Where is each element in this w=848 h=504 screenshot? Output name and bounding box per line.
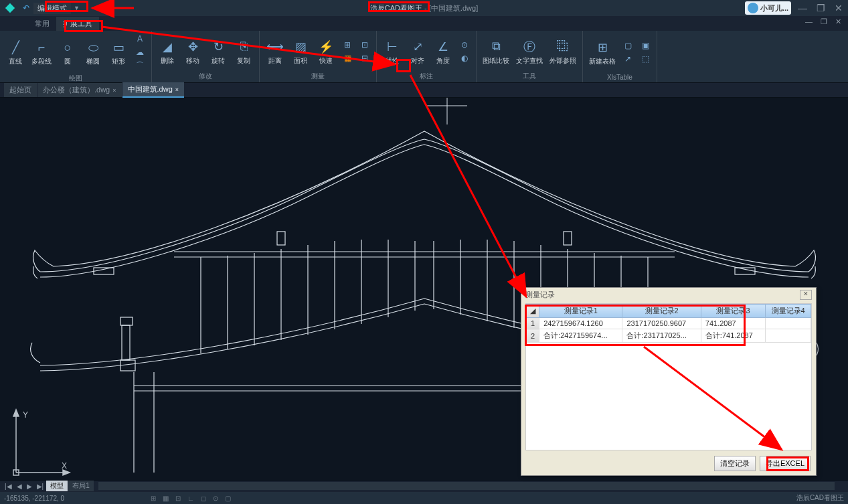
tool-findtext[interactable]: Ⓕ文字查找 xyxy=(513,36,546,67)
ribbon: ╱直线 ⌐多段线 ○圆 ⬭椭圆 ▭矩形 A ☁ ⌒ 绘图 ◢删除 ✥移动 ↻旋转… xyxy=(0,31,848,83)
svg-rect-24 xyxy=(564,232,572,245)
tool-measure-record[interactable]: ▦ xyxy=(339,52,356,65)
layout-prev[interactable]: ◀ xyxy=(15,483,24,490)
status-icon[interactable]: ▦ xyxy=(161,495,171,502)
tool-newtable[interactable]: ⊞新建表格 xyxy=(586,37,619,68)
tool-line[interactable]: ╱直线 xyxy=(3,37,28,68)
tool-area[interactable]: ▨面积 xyxy=(288,36,313,67)
coordinates: -165135, -221172, 0 xyxy=(4,495,64,502)
maximize-button[interactable]: ❐ xyxy=(814,3,828,13)
tool-measure-sub3[interactable]: ⊡ xyxy=(356,38,373,52)
tab-kuozhan[interactable]: 扩展工具 xyxy=(56,17,99,31)
svg-rect-23 xyxy=(277,232,285,245)
tool-arc[interactable]: ⌒ xyxy=(131,59,149,72)
window-title: 浩辰CAD看图王 - [中国建筑.dwg] xyxy=(370,3,478,13)
tool-polyline[interactable]: ⌐多段线 xyxy=(28,37,55,68)
col-header[interactable]: 测量记录4 xyxy=(766,305,811,318)
close-button[interactable]: ✕ xyxy=(832,3,845,13)
col-header[interactable]: 测量记录2 xyxy=(622,305,701,318)
brand-label: 浩辰CAD看图王 xyxy=(796,493,844,503)
layout-layout1[interactable]: 布局1 xyxy=(68,481,94,491)
close-icon[interactable]: × xyxy=(112,87,116,94)
user-name: 小可儿... xyxy=(760,3,788,13)
layout-next[interactable]: ▶ xyxy=(25,483,34,490)
tool-circle[interactable]: ○圆 xyxy=(55,37,80,68)
titlebar: ↶ 编辑模式 ▼ 浩辰CAD看图王 - [中国建筑.dwg] 小可儿... — … xyxy=(0,0,848,16)
tool-xls-sub4[interactable]: ⬚ xyxy=(637,52,654,66)
svg-rect-31 xyxy=(120,317,133,325)
measure-grid[interactable]: ◢ 测量记录1 测量记录2 测量记录3 测量记录4 1 2427159674.1… xyxy=(525,303,812,450)
tool-annot-sub2[interactable]: ◐ xyxy=(456,52,473,65)
tool-align[interactable]: ⤢对齐 xyxy=(405,36,430,67)
tool-xls-sub3[interactable]: ▣ xyxy=(637,39,654,52)
doctab-china[interactable]: 中国建筑.dwg× xyxy=(122,82,185,98)
svg-marker-38 xyxy=(13,410,19,416)
tool-xls-sub2[interactable]: ↗ xyxy=(619,52,637,66)
ribbon-tabs: 常用 扩展工具 — ❐ ✕ xyxy=(0,16,848,31)
tool-move[interactable]: ✥移动 xyxy=(180,36,205,67)
tool-annot-sub1[interactable]: ⊙ xyxy=(456,38,473,52)
tool-xref[interactable]: ⿻外部参照 xyxy=(546,36,580,67)
status-icon[interactable]: ◻ xyxy=(199,495,208,502)
doc-minimize[interactable]: — xyxy=(802,17,815,26)
ribbon-group-annotate: ⊢线性 ⤢对齐 ∠角度 ⊙ ◐ 标注 xyxy=(377,31,477,82)
tool-delete[interactable]: ◢删除 xyxy=(155,36,180,67)
doctab-start[interactable]: 起始页 xyxy=(4,83,37,97)
col-header[interactable]: 测量记录3 xyxy=(701,305,765,318)
table-row[interactable]: 1 2427159674.1260 2317170250.9607 741.20… xyxy=(527,318,811,329)
tool-linear[interactable]: ⊢线性 xyxy=(379,36,405,67)
svg-text:Y: Y xyxy=(23,410,28,420)
dialog-title: 测量记录 xyxy=(525,290,555,300)
svg-text:X: X xyxy=(62,461,67,471)
document-tabs: 起始页 办公楼（建筑）.dwg× 中国建筑.dwg× xyxy=(0,83,848,98)
ribbon-group-measure: ⟷距离 ▨面积 ⚡快速 ⊞ ▦ ⊡ ⊟ 测量 xyxy=(260,31,377,82)
grid-corner[interactable]: ◢ xyxy=(527,305,539,318)
clear-records-button[interactable]: 清空记录 xyxy=(714,456,756,471)
dialog-close-icon[interactable]: ✕ xyxy=(800,290,812,300)
avatar-icon xyxy=(748,3,758,13)
svg-marker-39 xyxy=(63,470,70,475)
measure-record-dialog: 测量记录 ✕ ◢ 测量记录1 测量记录2 测量记录3 测量记录4 1 24271… xyxy=(521,287,817,476)
svg-marker-0 xyxy=(5,3,15,13)
tool-angle[interactable]: ∠角度 xyxy=(430,36,456,67)
tool-quick[interactable]: ⚡快速 xyxy=(313,36,339,67)
table-row[interactable]: 2 合计:2427159674... 合计:231717025... 合计:74… xyxy=(527,329,811,343)
user-profile[interactable]: 小可儿... xyxy=(745,1,791,15)
tool-ellipse[interactable]: ⬭椭圆 xyxy=(80,37,106,68)
doc-restore[interactable]: ❐ xyxy=(818,17,830,26)
tool-cloud[interactable]: ☁ xyxy=(131,46,149,59)
tool-copy[interactable]: ⎘复制 xyxy=(231,36,256,67)
dropdown-arrow-icon[interactable]: ▼ xyxy=(74,5,80,11)
layout-last[interactable]: ▶| xyxy=(35,483,46,490)
undo-icon[interactable]: ↶ xyxy=(23,3,29,13)
minimize-button[interactable]: — xyxy=(795,3,810,13)
doctab-office[interactable]: 办公楼（建筑）.dwg× xyxy=(37,83,122,97)
ribbon-group-modify: ◢删除 ✥移动 ↻旋转 ⎘复制 修改 xyxy=(152,31,260,82)
tool-rect[interactable]: ▭矩形 xyxy=(106,37,131,68)
layout-model[interactable]: 模型 xyxy=(46,481,68,491)
statusbar: -165135, -221172, 0 ⊞ ▦ ⊡ ∟ ◻ ⊙ ▢ 浩辰CAD看… xyxy=(0,492,848,504)
tab-changyong[interactable]: 常用 xyxy=(28,17,56,31)
tool-distance[interactable]: ⟷距离 xyxy=(262,36,288,67)
export-excel-button[interactable]: 导出EXCEL xyxy=(760,456,811,471)
layout-first[interactable]: |◀ xyxy=(3,483,14,490)
doc-close[interactable]: ✕ xyxy=(833,17,844,26)
tool-measure-sub4[interactable]: ⊟ xyxy=(356,52,373,65)
status-icon[interactable]: ▢ xyxy=(223,495,233,502)
tool-compare[interactable]: ⧉图纸比较 xyxy=(479,36,513,67)
col-header[interactable]: 测量记录1 xyxy=(539,305,622,318)
close-icon[interactable]: × xyxy=(175,86,179,93)
status-toggles: ⊞ ▦ ⊡ ∟ ◻ ⊙ ▢ xyxy=(149,495,233,502)
app-logo[interactable] xyxy=(3,1,17,15)
tool-xls-sub1[interactable]: ▢ xyxy=(619,39,637,52)
horizontal-scrollbar[interactable] xyxy=(98,482,835,490)
ribbon-group-draw: ╱直线 ⌐多段线 ○圆 ⬭椭圆 ▭矩形 A ☁ ⌒ 绘图 xyxy=(0,31,152,82)
status-icon[interactable]: ⊙ xyxy=(211,495,220,502)
tool-text[interactable]: A xyxy=(131,32,149,46)
status-icon[interactable]: ⊞ xyxy=(149,495,158,502)
edit-mode-button[interactable]: 编辑模式 xyxy=(33,3,71,14)
status-icon[interactable]: ∟ xyxy=(185,495,196,502)
tool-rotate[interactable]: ↻旋转 xyxy=(205,36,231,67)
tool-measure-sub1[interactable]: ⊞ xyxy=(339,38,356,52)
status-icon[interactable]: ⊡ xyxy=(173,495,183,502)
